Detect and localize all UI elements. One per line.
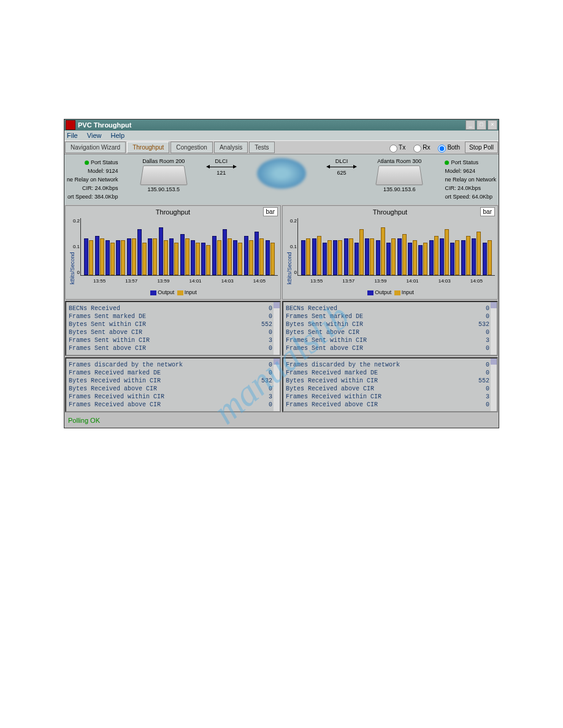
scrollbar[interactable] xyxy=(491,358,497,411)
left-device-stats: Port Status Model: 9124 ne Relay on Netw… xyxy=(67,158,118,201)
device-icon xyxy=(140,165,188,185)
right-device: Atlanta Room 300 135.90.153.6 xyxy=(377,158,421,192)
chart-plot: 0.20.10 13:5513:5713:5914:0114:0314:05 xyxy=(297,218,495,276)
radio-both[interactable]: Both xyxy=(435,143,460,153)
maximize-button[interactable]: □ xyxy=(477,120,486,130)
tab-navigation-wizard[interactable]: Navigation Wizard xyxy=(65,142,126,153)
stats-recv-right: Frames discarded by the network0Frames R… xyxy=(282,357,498,412)
device-icon xyxy=(375,165,423,185)
chart-legend: Output Input xyxy=(283,288,497,299)
chart-type-select[interactable]: bar xyxy=(263,207,278,216)
menu-view[interactable]: View xyxy=(87,132,102,139)
chart-title: Throughput xyxy=(156,208,190,216)
stats-recv-left: Frames discarded by the network0Frames R… xyxy=(65,357,281,412)
app-icon xyxy=(66,120,75,130)
dlci-right: DLCI 625 xyxy=(329,158,354,176)
title-bar: PVC Throughput _ □ × xyxy=(64,119,499,131)
tab-congestion[interactable]: Congestion xyxy=(170,142,213,153)
chart-type-select[interactable]: bar xyxy=(480,207,495,216)
stats-sent-left: BECNs Received0Frames Sent marked DE0Byt… xyxy=(65,301,281,356)
tab-tests[interactable]: Tests xyxy=(249,142,274,153)
close-button[interactable]: × xyxy=(488,120,497,130)
menu-help[interactable]: Help xyxy=(111,132,125,139)
window-title: PVC Throughput xyxy=(78,121,464,129)
dlci-left: DLCI 121 xyxy=(209,158,234,176)
status-dot-icon xyxy=(85,161,89,165)
right-device-stats: Port Status Model: 9624 ne Relay on Netw… xyxy=(445,158,496,201)
menu-file[interactable]: File xyxy=(67,132,78,139)
topology-area: Port Status Model: 9124 ne Relay on Netw… xyxy=(64,154,499,205)
status-bar: Polling OK xyxy=(64,413,499,428)
chart-title: Throughput xyxy=(373,208,407,216)
tab-throughput[interactable]: Throughput xyxy=(127,142,169,153)
app-window: PVC Throughput _ □ × File View Help Navi… xyxy=(64,119,499,428)
stats-sent-right: BECNs Received0Frames Sent marked DE0Byt… xyxy=(282,301,498,356)
left-device: Dallas Room 200 135.90.153.5 xyxy=(142,158,186,192)
chart-legend: Output Input xyxy=(66,288,280,299)
radio-rx[interactable]: Rx xyxy=(410,143,430,153)
minimize-button[interactable]: _ xyxy=(465,120,475,130)
tab-analysis[interactable]: Analysis xyxy=(214,142,248,153)
arrow-icon xyxy=(209,167,234,167)
chart-plot: 0.20.10 13:5513:5713:5914:0114:0314:05 xyxy=(80,218,278,276)
radio-tx[interactable]: Tx xyxy=(386,143,405,153)
scrollbar[interactable] xyxy=(274,302,280,355)
status-dot-icon xyxy=(445,161,449,165)
scrollbar[interactable] xyxy=(491,302,497,355)
menu-bar: File View Help xyxy=(64,131,499,140)
cloud-icon xyxy=(257,158,306,189)
toolbar: Navigation Wizard Throughput Congestion … xyxy=(64,140,499,154)
chart-panel-left: Throughput bar kBits/Second 0.20.10 13:5… xyxy=(65,205,281,300)
stop-poll-button[interactable]: Stop Poll xyxy=(465,142,498,153)
arrow-icon xyxy=(329,167,354,167)
scrollbar[interactable] xyxy=(274,358,280,411)
chart-panel-right: Throughput bar kBits/Second 0.20.10 13:5… xyxy=(282,205,498,300)
